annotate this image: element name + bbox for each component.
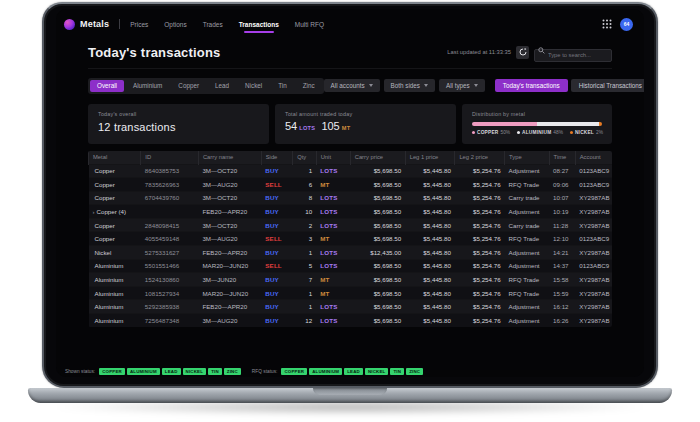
column-header[interactable]: Side — [261, 151, 292, 165]
table-row[interactable]: Copper 2848098415 3M—OCT20 BUY 2 LOTS $5… — [89, 218, 613, 232]
nav-item[interactable]: Trades — [203, 18, 223, 31]
cell-type: Adjustment — [505, 259, 549, 273]
cell-carry-name: FEB20—APR20 — [198, 205, 261, 219]
card-todays-overall: Today's overall 12 transactions — [88, 104, 269, 144]
cell-account: XY2987AB — [575, 218, 612, 232]
status-chip[interactable]: COPPER — [281, 368, 307, 375]
column-header[interactable]: Metal — [89, 151, 141, 165]
metal-tab[interactable]: Overall — [90, 80, 124, 92]
cell-account: 0123ABC9 — [575, 178, 612, 192]
nav-item[interactable]: Transactions — [239, 18, 279, 31]
status-chip[interactable]: NICKEL — [183, 368, 207, 375]
column-header[interactable]: Carry price — [350, 151, 405, 165]
mt-value: 105 — [321, 120, 339, 132]
chevron-down-icon — [424, 84, 428, 87]
status-chip[interactable]: NICKEL — [365, 368, 389, 375]
status-chip[interactable]: ALUMINIUM — [309, 368, 342, 375]
cell-unit: LOTS — [316, 314, 350, 327]
column-header[interactable]: ID — [141, 151, 199, 165]
column-header[interactable]: Unit — [316, 151, 350, 165]
status-chip[interactable]: ZINC — [406, 368, 423, 375]
cell-carry-name: MAR20—JUN20 — [198, 259, 261, 273]
cell-side: SELL — [261, 178, 292, 192]
metal-tab[interactable]: Nickel — [238, 80, 269, 92]
cell-type: Adjustment — [505, 314, 549, 327]
cell-account: XY2987AB — [575, 273, 612, 287]
cell-leg1-price: $5,445.80 — [405, 205, 455, 219]
cell-type: Adjustment — [505, 164, 549, 178]
legend-name: NICKEL — [575, 130, 594, 135]
cell-qty: 1 — [293, 246, 317, 260]
laptop-screen: Metals Prices Options Trades Transaction… — [56, 9, 644, 377]
transactions-count: 12 transactions — [98, 121, 259, 133]
cell-metal: Aluminium — [89, 273, 141, 287]
cell-unit: MT — [316, 273, 350, 287]
legend-pct: 48% — [553, 130, 563, 135]
cell-metal: Copper — [89, 232, 141, 246]
table-row[interactable]: Aluminium 5292385938 FEB20—APR20 BUY 1 L… — [89, 300, 613, 314]
status-chip[interactable]: LEAD — [344, 368, 363, 375]
table-row[interactable]: Copper 8640385753 3M—OCT20 BUY 1 LOTS $5… — [89, 164, 613, 178]
cell-metal: Aluminium — [89, 286, 141, 300]
column-header[interactable]: Carry name — [198, 151, 261, 165]
column-header[interactable]: Qty — [293, 151, 317, 165]
nav-item[interactable]: Options — [164, 18, 186, 31]
column-header[interactable]: Type — [505, 151, 549, 165]
laptop-base — [28, 388, 672, 403]
cell-metal: ›Copper (4) — [89, 205, 141, 219]
status-chip[interactable]: COPPER — [99, 368, 125, 375]
table-row[interactable]: Nickel 5275331627 FEB20—APR20 BUY 1 LOTS… — [89, 246, 613, 260]
metal-tab[interactable]: Tin — [271, 80, 294, 92]
cell-leg2-price: $5,254.76 — [455, 259, 505, 273]
search-input[interactable] — [534, 49, 612, 62]
column-header[interactable]: Account — [575, 151, 612, 165]
table-row[interactable]: ›Copper (4) FEB20—APR20 BUY 10 LOTS $5,6… — [89, 205, 613, 219]
refresh-button[interactable] — [516, 46, 529, 59]
column-header[interactable]: Leg 2 price — [455, 151, 505, 165]
table-row[interactable]: Aluminium 1081527934 MAR20—JUN20 BUY 1 M… — [89, 286, 613, 300]
filter-dropdown[interactable]: All types — [439, 79, 485, 92]
distribution-segment-copper — [472, 122, 537, 126]
cell-id: 5275331627 — [141, 246, 199, 260]
nav-item[interactable]: Multi RFQ — [295, 18, 324, 31]
page-title: Today's transactions — [88, 45, 221, 60]
metal-tab[interactable]: Copper — [171, 80, 206, 92]
cell-leg1-price: $5,445.80 — [405, 246, 455, 260]
status-chip[interactable]: ZINC — [224, 368, 241, 375]
table-row[interactable]: Aluminium 7256487348 3M—AUG20 BUY 12 LOT… — [89, 314, 613, 327]
status-chip[interactable]: ALUMINIUM — [127, 368, 160, 375]
lots-value: 54 — [285, 120, 297, 132]
legend-name: ALUMINIUM — [522, 130, 551, 135]
top-nav: Metals Prices Options Trades Transaction… — [56, 9, 644, 35]
column-header[interactable]: Leg 1 price — [405, 151, 455, 165]
cell-carry-price: $5,698.50 — [350, 314, 405, 327]
filter-dropdown[interactable]: All accounts — [324, 79, 380, 92]
table-row[interactable]: Aluminium 5501551466 MAR20—JUN20 SELL 5 … — [89, 259, 613, 273]
apps-grid-icon[interactable] — [602, 15, 612, 33]
view-toggle-chip[interactable]: Today's transactions — [495, 79, 568, 92]
legend-item: NICKEL 2% — [570, 130, 603, 135]
card-label: Total amount traded today — [285, 111, 446, 117]
metal-tab[interactable]: Lead — [208, 80, 236, 92]
card-total-traded: Total amount traded today 54 LOTS 105 MT — [275, 104, 456, 144]
nav-item[interactable]: Prices — [130, 18, 148, 31]
laptop-base-notch — [313, 388, 387, 395]
table-row[interactable]: Aluminium 1524130860 3M—JUN20 BUY 7 MT $… — [89, 273, 613, 287]
metal-tab[interactable]: Aluminium — [126, 80, 169, 92]
metal-tab[interactable]: Zinc — [296, 80, 322, 92]
status-chip[interactable]: LEAD — [162, 368, 181, 375]
table-row[interactable]: Copper 4055459148 3M—AUG20 SELL 3 MT $5,… — [89, 232, 613, 246]
legend-pct: 50% — [500, 130, 510, 135]
column-header[interactable]: Time — [549, 151, 575, 165]
view-toggle-chip[interactable]: Historical Transactions — [571, 79, 644, 92]
status-chip[interactable]: TIN — [208, 368, 222, 375]
table-row[interactable]: Copper 7835626963 3M—AUG20 SELL 6 MT $5,… — [89, 178, 613, 192]
cell-type: Carry trade — [505, 191, 549, 205]
filter-dropdown[interactable]: Both sides — [384, 79, 435, 92]
status-chip[interactable]: TIN — [390, 368, 404, 375]
user-avatar[interactable]: 64 — [620, 18, 633, 31]
cell-account: XY2987AB — [575, 286, 612, 300]
table-row[interactable]: Copper 6704439760 3M—OCT20 BUY 8 LOTS $5… — [89, 191, 613, 205]
cell-id: 4055459148 — [141, 232, 199, 246]
summary-cards: Today's overall 12 transactions Total am… — [88, 104, 612, 144]
